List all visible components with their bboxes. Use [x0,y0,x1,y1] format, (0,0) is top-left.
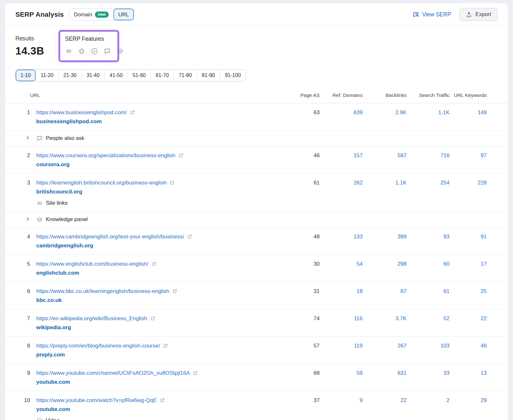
ref-domains-value[interactable]: 59 [357,370,363,376]
result-url-link[interactable]: https://www.coursera.org/specializations… [36,151,175,160]
result-domain-link[interactable]: bbc.co.uk [36,296,62,304]
chevron-right-icon[interactable] [25,217,30,221]
url-keywords-value[interactable]: 148 [478,109,487,116]
url-keywords-value[interactable]: 17 [481,261,487,267]
url-keywords-value[interactable]: 29 [481,397,487,403]
result-url-link[interactable]: https://preply.com/en/blog/business-engl… [36,342,160,350]
domain-toggle-button[interactable]: Domain new [69,9,114,20]
people-also-ask-icon: ? [104,47,111,55]
url-keywords-value[interactable]: 228 [478,180,487,186]
column-header-page-as: Page AS [272,90,320,103]
search-traffic-value[interactable]: 254 [441,180,450,186]
serp-feature-row-people-also-ask[interactable]: ? People also ask [5,131,508,146]
result-domain-link[interactable]: businessenglishpod.com [36,118,102,125]
backlinks-value[interactable]: 1.1K [395,180,407,186]
result-url-link[interactable]: https://www.businessenglishpod.com/ [36,108,127,117]
pagination-range-21-30[interactable]: 21-30 [59,70,82,81]
result-position: 9 [15,369,30,377]
ref-domains-value[interactable]: 262 [354,180,363,186]
domain-url-toggle: Domain new URL [69,8,134,21]
ref-domains-value[interactable]: 18 [357,288,363,294]
backlinks-value[interactable]: 587 [398,152,407,159]
result-domain-link[interactable]: youtube.com [36,378,70,386]
ref-domains-value[interactable]: 9 [360,397,363,403]
pagination-range-11-20[interactable]: 11-20 [36,70,59,81]
result-domain-link[interactable]: englishclub.com [36,269,79,277]
external-link-icon[interactable] [163,343,168,348]
search-traffic-value[interactable]: 52 [443,315,450,321]
ref-domains-value[interactable]: 54 [357,261,363,267]
serp-feature-row-knowledge-panel[interactable]: Knowledge panel [5,212,508,227]
summary-section: Results 14.3B SERP Features ? [5,26,508,68]
external-link-icon[interactable] [193,371,198,376]
backlinks-value[interactable]: 22 [400,397,407,403]
external-link-icon[interactable] [187,234,192,239]
backlinks-value[interactable]: 267 [398,343,407,349]
ref-domains-value[interactable]: 639 [354,109,363,116]
ref-domains-value[interactable]: 157 [354,152,363,159]
external-link-icon[interactable] [150,316,155,321]
result-domain-link[interactable]: preply.com [36,351,65,359]
backlinks-value[interactable]: 67 [400,288,407,294]
pagination-range-81-90[interactable]: 81-90 [197,70,220,81]
svg-text:?: ? [107,49,108,52]
export-button[interactable]: Export [459,8,498,21]
external-link-icon[interactable] [169,180,174,185]
ref-domains-value[interactable]: 119 [354,343,363,349]
backlinks-value[interactable]: 3.7K [395,315,407,321]
url-toggle-label: URL [118,11,129,18]
backlinks-value[interactable]: 399 [398,234,407,240]
backlinks-value[interactable]: 298 [398,261,407,267]
chevron-right-icon[interactable] [25,135,30,140]
search-traffic-value[interactable]: 103 [441,343,450,349]
search-traffic-value[interactable]: 93 [443,234,450,240]
serp-feature-label: Site links [46,200,68,207]
external-link-icon[interactable] [172,289,177,294]
pagination-range-51-60[interactable]: 51-60 [128,70,151,81]
result-url-link[interactable]: https://en.wikipedia.org/wiki/Business_E… [36,314,147,323]
backlinks-value[interactable]: 2.9K [395,109,407,116]
url-keywords-value[interactable]: 97 [481,152,487,159]
ref-domains-value[interactable]: 116 [354,315,363,321]
result-url-link[interactable]: https://www.youtube.com/watch?v=pfRw6wg-… [36,396,157,405]
result-domain-link[interactable]: coursera.org [36,161,70,168]
pagination-range-91-100[interactable]: 91-100 [220,70,246,81]
search-traffic-value[interactable]: 33 [443,370,450,376]
search-traffic-value[interactable]: 2 [447,397,450,403]
external-link-icon[interactable] [151,261,156,267]
result-domain-link[interactable]: wikipedia.org [36,324,71,331]
url-keywords-value[interactable]: 46 [481,343,487,349]
pagination-range-61-70[interactable]: 61-70 [151,70,174,81]
url-keywords-value[interactable]: 25 [481,288,487,294]
result-url-link[interactable]: https://www.englishclub.com/business-eng… [36,260,148,268]
view-serp-link[interactable]: View SERP [413,11,451,18]
result-position: 6 [15,287,30,296]
result-url-link[interactable]: https://learnenglish.britishcouncil.org/… [36,179,166,187]
table-row: 3 https://learnenglish.britishcouncil.or… [5,174,508,212]
result-domain-link[interactable]: youtube.com [36,406,70,413]
pagination-range-71-80[interactable]: 71-80 [174,70,197,81]
result-position: 8 [15,342,30,350]
pagination-range-31-40[interactable]: 31-40 [82,70,105,81]
external-link-icon[interactable] [130,110,135,115]
pagination-range-1-10[interactable]: 1-10 [16,70,36,81]
backlinks-value[interactable]: 631 [398,370,407,376]
pagination-range-41-50[interactable]: 41-50 [105,70,128,81]
search-traffic-value[interactable]: 716 [441,152,450,159]
result-url-link[interactable]: https://www.bbc.co.uk/learningenglish/bu… [36,287,169,296]
external-link-icon[interactable] [178,153,183,158]
result-domain-link[interactable]: britishcouncil.org [36,188,82,196]
url-keywords-value[interactable]: 22 [481,315,487,321]
search-traffic-value[interactable]: 61 [443,288,450,294]
search-traffic-value[interactable]: 60 [443,261,450,267]
result-domain-link[interactable]: cambridgeenglish.org [36,242,93,250]
external-link-icon[interactable] [160,398,165,403]
search-traffic-value[interactable]: 1.1K [438,109,450,116]
result-url-link[interactable]: https://www.cambridgeenglish.org/test-yo… [36,233,184,241]
header-actions: View SERP Export [413,8,498,21]
url-keywords-value[interactable]: 13 [481,370,487,376]
url-keywords-value[interactable]: 91 [481,234,487,240]
ref-domains-value[interactable]: 133 [354,234,363,240]
url-toggle-button[interactable]: URL [114,9,134,20]
result-url-link[interactable]: https://www.youtube.com/channel/UCliFsAO… [36,369,190,377]
